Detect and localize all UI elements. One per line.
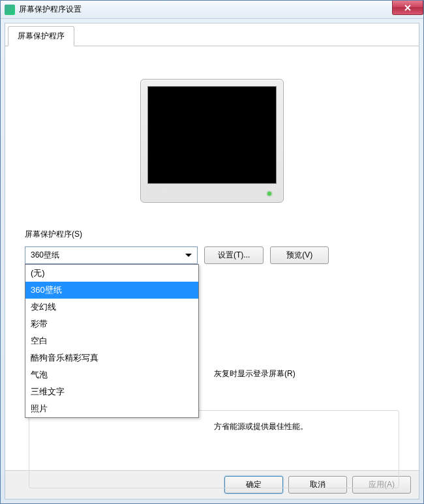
screensaver-dropdown[interactable]: 360壁纸 (无) 360壁纸 变幻线 彩带 空白 酷狗音乐精彩写真 气泡 三维…: [25, 246, 198, 264]
close-icon: [404, 5, 411, 11]
settings-button[interactable]: 设置(T)...: [204, 246, 264, 264]
settings-window: 屏幕保护程序设置 屏幕保护程序 屏幕保护程序(S) 360壁纸: [0, 0, 424, 504]
screensaver-controls: 360壁纸 (无) 360壁纸 变幻线 彩带 空白 酷狗音乐精彩写真 气泡 三维…: [25, 246, 399, 264]
dropdown-option-bubbles[interactable]: 气泡: [25, 366, 198, 383]
resume-checkbox-label: 灰复时显示登录屏幕(R): [214, 369, 295, 378]
dropdown-option-mystify[interactable]: 变幻线: [25, 299, 198, 316]
dropdown-option-ribbons[interactable]: 彩带: [25, 316, 198, 333]
app-icon: [5, 5, 15, 15]
chevron-down-icon: [185, 254, 192, 257]
dropdown-list: (无) 360壁纸 变幻线 彩带 空白 酷狗音乐精彩写真 气泡 三维文字 照片: [25, 264, 199, 418]
dropdown-selected-text: 360壁纸: [31, 250, 59, 261]
screensaver-label: 屏幕保护程序(S): [25, 229, 399, 240]
preview-button[interactable]: 预览(V): [270, 246, 329, 264]
monitor-led-icon: [267, 192, 271, 196]
close-button[interactable]: [392, 1, 423, 15]
titlebar[interactable]: 屏幕保护程序设置: [1, 1, 423, 19]
tab-header: 屏幕保护程序: [5, 23, 419, 46]
monitor-preview: [25, 79, 399, 203]
monitor-frame: [140, 79, 284, 203]
dropdown-option-kugou[interactable]: 酷狗音乐精彩写真: [25, 349, 198, 366]
content-area: 屏幕保护程序 屏幕保护程序(S) 360壁纸 (无) 360壁纸 变幻线: [5, 23, 419, 499]
tab-body: 屏幕保护程序(S) 360壁纸 (无) 360壁纸 变幻线 彩带 空白 酷狗音乐…: [5, 46, 419, 470]
monitor-screen: [147, 86, 277, 184]
resume-text-partial: 灰复时显示登录屏幕(R): [214, 368, 295, 379]
dropdown-option-360[interactable]: 360壁纸: [25, 282, 198, 299]
window-title: 屏幕保护程序设置: [19, 4, 82, 15]
dropdown-option-photos[interactable]: 照片: [25, 400, 198, 417]
power-text-partial: 方省能源或提供最佳性能。: [214, 421, 308, 432]
dropdown-option-none[interactable]: (无): [25, 265, 198, 282]
dropdown-option-3dtext[interactable]: 三维文字: [25, 383, 198, 400]
tab-screensaver[interactable]: 屏幕保护程序: [8, 26, 74, 46]
dropdown-option-blank[interactable]: 空白: [25, 333, 198, 349]
